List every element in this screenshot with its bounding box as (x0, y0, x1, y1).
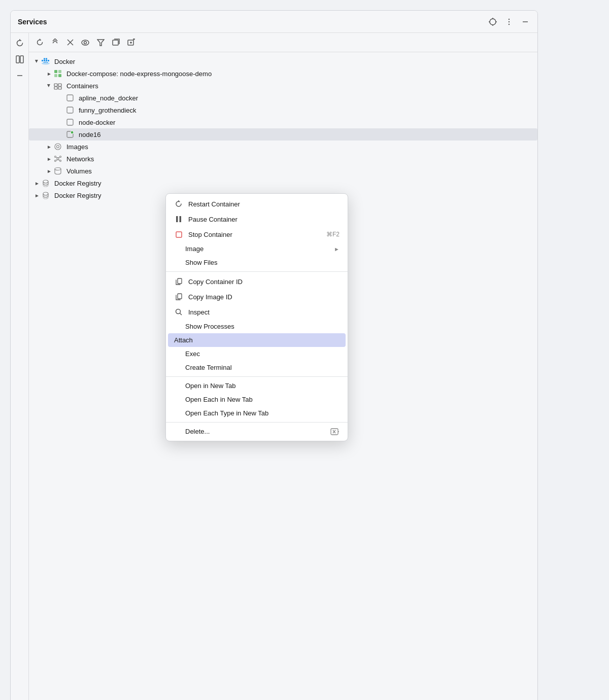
create-terminal-label: Create Terminal (185, 364, 340, 371)
add-service-icon[interactable] (125, 37, 137, 48)
svg-marker-16 (97, 40, 104, 46)
copy-image-label: Copy Image ID (188, 293, 340, 301)
svg-rect-34 (58, 70, 61, 73)
attach-label: Attach (174, 336, 340, 344)
ctx-inspect[interactable]: Inspect (166, 304, 348, 320)
arrow-images[interactable]: ► (45, 143, 53, 151)
registry1-icon (41, 179, 50, 188)
svg-rect-23 (42, 60, 43, 61)
ctx-pause[interactable]: Pause Container (166, 212, 348, 227)
registry2-label: Docker Registry (54, 192, 101, 199)
svg-rect-10 (20, 56, 23, 63)
copy-container-icon (174, 277, 183, 286)
svg-point-45 (71, 131, 74, 134)
filter-icon[interactable] (95, 37, 106, 48)
svg-rect-27 (46, 58, 47, 60)
svg-rect-40 (58, 87, 61, 89)
refresh-icon[interactable] (34, 37, 45, 48)
svg-rect-64 (178, 294, 182, 299)
separator-1 (166, 271, 348, 272)
arrow-registry1[interactable]: ► (33, 179, 41, 187)
ctx-copy-image-id[interactable]: Copy Image ID (166, 289, 348, 304)
docker-label: Docker (54, 58, 75, 65)
ctx-copy-container-id[interactable]: Copy Container ID (166, 274, 348, 289)
volumes-label: Volumes (66, 167, 92, 175)
svg-rect-43 (67, 119, 73, 125)
ctx-delete[interactable]: Delete... (166, 425, 348, 438)
ctx-exec[interactable]: Exec (166, 347, 348, 361)
svg-point-57 (55, 168, 61, 170)
container-stopped3-icon (65, 118, 75, 127)
tree-item-docker[interactable]: ► (29, 55, 537, 67)
arrow-docker[interactable]: ► (33, 57, 41, 65)
ctx-create-terminal[interactable]: Create Terminal (166, 361, 348, 374)
tree-item-networks[interactable]: ► Netwo (29, 153, 537, 165)
copy-image-icon (174, 292, 183, 301)
svg-point-30 (44, 62, 45, 63)
new-tab-icon[interactable] (110, 37, 121, 48)
image-arrow: ► (334, 246, 340, 252)
ctx-open-each-type[interactable]: Open Each Type in New Tab (166, 406, 348, 420)
minus-side-icon[interactable] (14, 69, 26, 82)
refresh-side-icon[interactable] (14, 37, 26, 49)
ctx-open-each-new-tab[interactable]: Open Each in New Tab (166, 393, 348, 406)
arrow-compose[interactable]: ► (45, 69, 53, 78)
tree-item-registry1[interactable]: ► Docker Registry (29, 177, 537, 189)
ctx-attach[interactable]: Attach (168, 333, 346, 347)
docker-icon (41, 57, 50, 66)
svg-line-54 (58, 157, 60, 158)
images-icon (53, 142, 62, 151)
svg-rect-9 (16, 56, 19, 63)
arrow-networks[interactable]: ► (45, 155, 53, 163)
tree-item-volumes[interactable]: ► Volumes (29, 165, 537, 177)
tree-item-containers[interactable]: ► Containers (29, 80, 537, 92)
collapse-icon[interactable] (49, 37, 60, 48)
ctx-stop[interactable]: Stop Container ⌘F2 (166, 227, 348, 242)
tree-item-images[interactable]: ► Images (29, 141, 537, 153)
delete-label: Delete... (185, 428, 325, 435)
crosshair-icon[interactable] (488, 17, 498, 27)
ctx-image[interactable]: Image ► (166, 242, 348, 256)
svg-line-56 (58, 160, 60, 160)
node16-label: node16 (79, 131, 100, 138)
containers-label: Containers (66, 82, 98, 90)
tree-item-node-docker[interactable]: ► node-docker (29, 116, 537, 128)
svg-point-7 (509, 23, 510, 24)
stop-icon (174, 230, 183, 239)
minimize-icon[interactable] (520, 17, 530, 27)
arrow-registry2[interactable]: ► (33, 191, 41, 199)
svg-point-65 (176, 309, 181, 314)
networks-label: Networks (66, 155, 94, 163)
ctx-open-new-tab[interactable]: Open in New Tab (166, 379, 348, 393)
svg-rect-24 (44, 60, 45, 61)
svg-rect-60 (176, 216, 178, 222)
view-icon[interactable] (80, 37, 91, 48)
svg-point-47 (57, 146, 59, 148)
layout-side-icon[interactable] (14, 53, 26, 65)
ctx-show-processes[interactable]: Show Processes (166, 320, 348, 333)
inspect-label: Inspect (188, 308, 340, 316)
stop-label: Stop Container (188, 231, 321, 238)
svg-rect-39 (54, 87, 57, 89)
open-each-type-label: Open Each Type in New Tab (185, 409, 340, 417)
panel-title: Services (18, 18, 47, 26)
svg-point-48 (57, 158, 59, 160)
tree-item-funny[interactable]: ► funny_grothendieck (29, 104, 537, 116)
registry1-label: Docker Registry (54, 180, 101, 187)
arrow-containers[interactable]: ► (45, 82, 53, 90)
svg-rect-33 (54, 70, 57, 73)
ctx-restart[interactable]: Restart Container (166, 196, 348, 212)
svg-point-59 (43, 192, 48, 195)
svg-rect-62 (176, 232, 182, 237)
tree-item-compose[interactable]: ► Docker-compose: node-express-mongoose-… (29, 67, 537, 80)
arrow-volumes[interactable]: ► (45, 167, 53, 175)
image-label: Image (185, 245, 329, 253)
svg-rect-63 (178, 278, 182, 284)
more-icon[interactable] (504, 17, 514, 27)
restart-icon (174, 199, 183, 208)
tree-item-node16[interactable]: ► node16 (29, 128, 537, 141)
tree-item-apline[interactable]: ► apline_node_docker (29, 92, 537, 104)
ctx-show-files[interactable]: Show Files (166, 256, 348, 269)
close-icon[interactable] (64, 37, 76, 48)
svg-rect-25 (46, 60, 47, 61)
